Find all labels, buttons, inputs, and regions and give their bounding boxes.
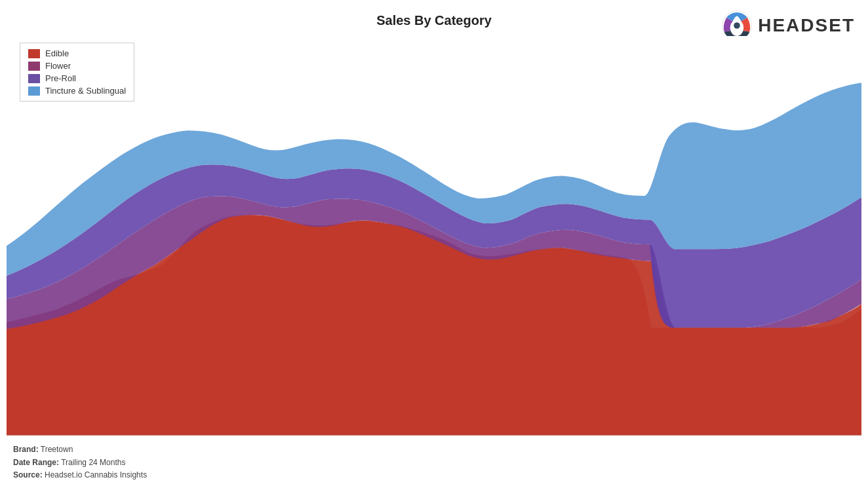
source-value: Headset.io Cannabis Insights (45, 470, 147, 479)
legend-color-flower (28, 62, 40, 71)
logo-text: HEADSET (758, 15, 855, 36)
legend-color-edible (28, 49, 40, 58)
date-range-label: Date Range: (13, 458, 59, 467)
chart-container: Sales By Category HEADSET Edible Flow (0, 0, 868, 488)
legend-item-edible: Edible (28, 48, 126, 58)
chart-svg: 2023-01 2023-04 2023-07 2023-10 2024-01 … (7, 36, 861, 436)
legend-color-tincture (28, 86, 40, 96)
legend-label-tincture: Tincture & Sublingual (45, 86, 126, 96)
source-label: Source: (13, 470, 43, 479)
brand-label: Brand: (13, 445, 39, 454)
legend-item-flower: Flower (28, 61, 126, 71)
legend-item-tincture: Tincture & Sublingual (28, 86, 126, 96)
legend-label-preroll: Pre-Roll (45, 73, 76, 83)
svg-point-2 (734, 22, 740, 29)
brand-value: Treetown (41, 445, 73, 454)
chart-footer: Brand: Treetown Date Range: Trailing 24 … (13, 443, 147, 481)
legend-item-preroll: Pre-Roll (28, 73, 126, 83)
legend-color-preroll (28, 74, 40, 83)
chart-legend: Edible Flower Pre-Roll Tincture & Sublin… (20, 43, 134, 102)
date-range-value: Trailing 24 Months (61, 458, 125, 467)
legend-label-edible: Edible (45, 48, 69, 58)
legend-label-flower: Flower (45, 61, 71, 71)
